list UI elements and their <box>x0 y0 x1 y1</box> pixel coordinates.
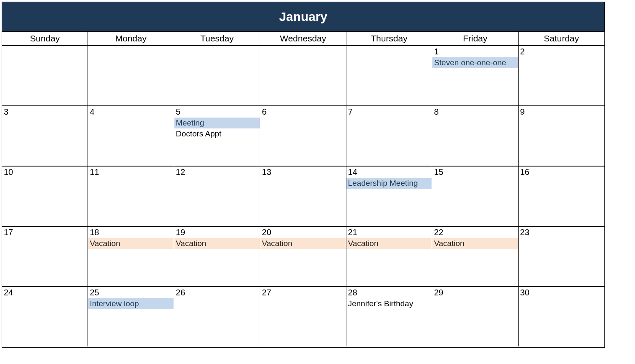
calendar-day-cell[interactable]: 16 <box>519 167 604 226</box>
day-number: 30 <box>519 287 604 298</box>
calendar-week: 2425Interview loop262728Jennifer's Birth… <box>2 287 604 347</box>
calendar-event[interactable]: Meeting <box>174 118 260 128</box>
calendar-day-cell[interactable]: 20Vacation <box>260 227 346 286</box>
day-number: 17 <box>2 227 88 238</box>
day-number: 24 <box>2 287 88 298</box>
calendar-grid: 1Steven one-one-one2345MeetingDoctors Ap… <box>2 46 604 347</box>
calendar-day-cell[interactable]: 21Vacation <box>346 227 432 286</box>
calendar-day-cell[interactable] <box>2 46 88 105</box>
day-number: 9 <box>519 106 604 118</box>
calendar-day-cell[interactable]: 13 <box>260 167 346 226</box>
day-number: 11 <box>88 167 173 178</box>
calendar-day-cell[interactable]: 3 <box>2 106 88 166</box>
day-number: 5 <box>174 106 260 118</box>
calendar-day-cell[interactable]: 29 <box>432 287 518 346</box>
calendar-day-cell[interactable]: 14Leadership Meeting <box>346 167 432 226</box>
calendar-event[interactable]: Vacation <box>346 238 432 249</box>
day-number: 6 <box>260 106 346 118</box>
day-number: 27 <box>260 287 346 298</box>
calendar-day-cell[interactable]: 12 <box>174 167 260 226</box>
calendar-day-cell[interactable]: 10 <box>2 167 88 226</box>
calendar-day-cell[interactable]: 4 <box>88 106 174 166</box>
calendar-day-cell[interactable]: 23 <box>519 227 604 286</box>
day-number: 29 <box>432 287 518 298</box>
day-number: 14 <box>346 167 432 178</box>
calendar-day-cell[interactable]: 30 <box>519 287 604 346</box>
day-number: 16 <box>519 167 604 178</box>
day-header-friday: Friday <box>432 32 518 46</box>
calendar-event[interactable]: Doctors Appt <box>174 128 260 139</box>
calendar-day-cell[interactable] <box>346 46 432 105</box>
day-header-thursday: Thursday <box>346 32 432 46</box>
day-header-sunday: Sunday <box>2 32 88 46</box>
day-number: 26 <box>174 287 260 298</box>
calendar-day-cell[interactable]: 8 <box>432 106 518 166</box>
day-number: 3 <box>2 106 88 118</box>
day-header-monday: Monday <box>88 32 174 46</box>
calendar-day-cell[interactable]: 28Jennifer's Birthday <box>346 287 432 346</box>
calendar: January Sunday Monday Tuesday Wednesday … <box>2 2 605 348</box>
day-number: 28 <box>346 287 432 298</box>
calendar-day-cell[interactable]: 11 <box>88 167 174 226</box>
day-number: 2 <box>519 46 604 57</box>
calendar-day-cell[interactable]: 15 <box>432 167 518 226</box>
calendar-day-cell[interactable] <box>88 46 174 105</box>
calendar-day-cell[interactable]: 9 <box>519 106 604 166</box>
calendar-day-cell[interactable]: 22Vacation <box>432 227 518 286</box>
day-number: 23 <box>519 227 604 238</box>
calendar-day-cell[interactable]: 25Interview loop <box>88 287 174 346</box>
calendar-day-cell[interactable]: 24 <box>2 287 88 346</box>
day-header-saturday: Saturday <box>519 32 604 46</box>
day-headers-row: Sunday Monday Tuesday Wednesday Thursday… <box>2 32 604 46</box>
calendar-day-cell[interactable]: 1Steven one-one-one <box>432 46 518 105</box>
calendar-day-cell[interactable]: 19Vacation <box>174 227 260 286</box>
calendar-event[interactable]: Vacation <box>432 238 518 249</box>
calendar-event[interactable]: Vacation <box>260 238 346 249</box>
calendar-day-cell[interactable]: 7 <box>346 106 432 166</box>
calendar-day-cell[interactable]: 18Vacation <box>88 227 174 286</box>
day-number: 25 <box>88 287 173 298</box>
day-header-tuesday: Tuesday <box>174 32 260 46</box>
calendar-day-cell[interactable]: 2 <box>519 46 604 105</box>
day-number: 1 <box>432 46 518 57</box>
day-number: 13 <box>260 167 346 178</box>
calendar-day-cell[interactable] <box>174 46 260 105</box>
day-number: 18 <box>88 227 173 238</box>
calendar-day-cell[interactable]: 26 <box>174 287 260 346</box>
day-number: 8 <box>432 106 518 118</box>
calendar-event[interactable]: Jennifer's Birthday <box>346 298 432 309</box>
calendar-week: 345MeetingDoctors Appt6789 <box>2 106 604 167</box>
day-number: 12 <box>174 167 260 178</box>
month-title: January <box>2 2 604 32</box>
day-number: 10 <box>2 167 88 178</box>
day-header-wednesday: Wednesday <box>260 32 346 46</box>
day-number: 19 <box>174 227 260 238</box>
day-number: 15 <box>432 167 518 178</box>
calendar-day-cell[interactable] <box>260 46 346 105</box>
calendar-week: 1011121314Leadership Meeting1516 <box>2 167 604 227</box>
day-number: 20 <box>260 227 346 238</box>
calendar-event[interactable]: Steven one-one-one <box>432 57 518 68</box>
day-number: 7 <box>346 106 432 118</box>
day-number: 22 <box>432 227 518 238</box>
day-number: 4 <box>88 106 173 118</box>
calendar-day-cell[interactable]: 17 <box>2 227 88 286</box>
calendar-day-cell[interactable]: 27 <box>260 287 346 346</box>
calendar-day-cell[interactable]: 5MeetingDoctors Appt <box>174 106 260 166</box>
calendar-week: 1Steven one-one-one2 <box>2 46 604 106</box>
calendar-event[interactable]: Vacation <box>174 238 260 249</box>
calendar-event[interactable]: Vacation <box>88 238 173 249</box>
calendar-day-cell[interactable]: 6 <box>260 106 346 166</box>
calendar-event[interactable]: Leadership Meeting <box>346 178 432 189</box>
calendar-event[interactable]: Interview loop <box>88 298 173 309</box>
day-number: 21 <box>346 227 432 238</box>
calendar-week: 1718Vacation19Vacation20Vacation21Vacati… <box>2 227 604 287</box>
